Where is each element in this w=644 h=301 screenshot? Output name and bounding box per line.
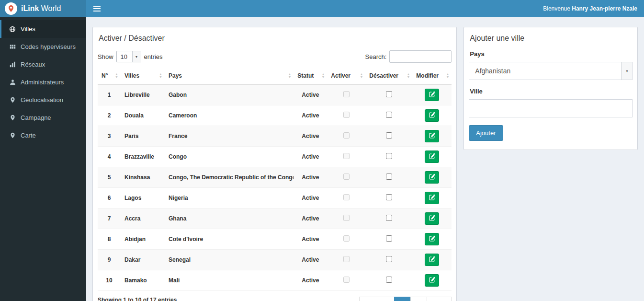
- sidebar-item-reseaux[interactable]: Réseaux: [0, 56, 86, 73]
- edit-button[interactable]: [425, 254, 439, 266]
- cell-num: 4: [98, 147, 121, 167]
- sort-icon: ▲▼: [288, 73, 291, 79]
- desactiver-checkbox[interactable]: [386, 91, 392, 97]
- desactiver-checkbox[interactable]: [386, 277, 392, 283]
- sidebar-toggle-button[interactable]: [86, 0, 108, 17]
- edit-button[interactable]: [425, 274, 439, 287]
- main-content: Modification et Activation des villes Ac…: [86, 0, 644, 301]
- desactiver-checkbox[interactable]: [386, 235, 392, 242]
- column-header-statut[interactable]: Statut▲▼: [294, 68, 327, 84]
- ajouter-button[interactable]: Ajouter: [469, 125, 503, 141]
- table-row: 8 Abidjan Cote d'Ivoire Active: [98, 229, 452, 250]
- add-panel-title: Ajouter une ville: [470, 34, 633, 43]
- activer-checkbox[interactable]: [343, 256, 350, 262]
- column-header-pays[interactable]: Pays▲▼: [165, 68, 294, 84]
- pagination-previous-button[interactable]: Previous: [359, 297, 395, 301]
- villes-table: N°▲▼ Villes▲▼ Pays▲▼ Statut▲▼ Activer▲▼ …: [98, 68, 452, 291]
- table-row: 7 Accra Ghana Active: [98, 208, 452, 229]
- sidebar-item-administrateurs[interactable]: Administrateurs: [0, 73, 86, 91]
- activer-checkbox[interactable]: [343, 235, 350, 242]
- edit-button[interactable]: [425, 150, 439, 163]
- pagination: Previous 1 2 Next: [360, 297, 452, 301]
- edit-button[interactable]: [425, 89, 439, 101]
- edit-button[interactable]: [425, 233, 439, 245]
- activer-checkbox[interactable]: [343, 194, 350, 200]
- chevron-down-icon: ▾: [621, 62, 632, 80]
- edit-pencil-icon: [429, 235, 435, 243]
- entries-length-control: Show 10 ▾ entries: [98, 51, 163, 62]
- sidebar-item-geolocalisation[interactable]: Géolocalisation: [0, 91, 86, 109]
- sidebar-item-campagne[interactable]: Campagne: [0, 109, 86, 127]
- activer-checkbox[interactable]: [343, 215, 350, 221]
- cell-statut: Active: [294, 147, 327, 167]
- desactiver-checkbox[interactable]: [386, 132, 392, 139]
- edit-pencil-icon: [429, 132, 435, 140]
- cell-statut: Active: [294, 250, 327, 270]
- sidebar-item-villes[interactable]: Villes: [0, 20, 86, 38]
- cell-statut: Active: [294, 84, 327, 105]
- pagination-page-1-button[interactable]: 1: [394, 297, 411, 301]
- desactiver-checkbox[interactable]: [386, 215, 392, 221]
- search-input[interactable]: [389, 50, 452, 63]
- cell-num: 10: [98, 270, 121, 291]
- add-ville-panel: Ajouter une ville Pays Afghanistan ▾ Vil…: [463, 27, 638, 150]
- sidebar: Villes Codes hyperviseurs Réseaux Admini…: [0, 17, 86, 301]
- table-header-row: N°▲▼ Villes▲▼ Pays▲▼ Statut▲▼ Activer▲▼ …: [98, 68, 452, 84]
- edit-button[interactable]: [425, 130, 439, 142]
- top-navbar: iLink World Bienvenue Hanry Jean-pierre …: [0, 0, 644, 17]
- column-header-desactiver[interactable]: Désactiver▲▼: [365, 68, 412, 84]
- activer-checkbox[interactable]: [343, 112, 350, 118]
- ville-input[interactable]: [469, 99, 633, 117]
- column-header-villes[interactable]: Villes▲▼: [121, 68, 165, 84]
- desactiver-checkbox[interactable]: [386, 256, 392, 262]
- desactiver-checkbox[interactable]: [386, 174, 392, 180]
- sort-icon: ▲▼: [321, 73, 325, 79]
- edit-button[interactable]: [425, 192, 439, 204]
- ville-label: Ville: [470, 88, 633, 95]
- table-info: Showing 1 to 10 of 17 entries: [98, 297, 177, 301]
- cell-pays: Nigeria: [165, 188, 294, 208]
- desactiver-checkbox[interactable]: [386, 112, 392, 118]
- edit-pencil-icon: [429, 194, 435, 202]
- column-header-num[interactable]: N°▲▼: [98, 68, 121, 84]
- edit-button[interactable]: [425, 212, 439, 225]
- cell-pays: Senegal: [165, 250, 294, 270]
- cell-statut: Active: [294, 208, 327, 229]
- chevron-down-icon: ▾: [132, 51, 141, 62]
- column-header-modifier[interactable]: Modifier▲▼: [412, 68, 452, 84]
- cell-ville: Douala: [121, 105, 165, 126]
- brand-title: iLink World: [21, 4, 61, 13]
- activer-checkbox[interactable]: [343, 91, 350, 97]
- edit-pencil-icon: [429, 277, 435, 284]
- cell-statut: Active: [294, 126, 327, 147]
- brand-logo[interactable]: iLink World: [0, 0, 86, 17]
- edit-pencil-icon: [429, 215, 435, 222]
- cell-statut: Active: [294, 270, 327, 291]
- cell-ville: Abidjan: [121, 229, 165, 250]
- pays-select[interactable]: Afghanistan ▾: [469, 62, 633, 80]
- cell-pays: Cote d'Ivoire: [165, 229, 294, 250]
- column-header-activer[interactable]: Activer▲▼: [327, 68, 365, 84]
- cell-num: 2: [98, 105, 121, 126]
- activer-checkbox[interactable]: [343, 132, 350, 139]
- pagination-next-button[interactable]: Next: [427, 297, 452, 301]
- activer-checkbox[interactable]: [343, 277, 350, 283]
- cell-pays: Cameroon: [165, 105, 294, 126]
- sidebar-item-carte[interactable]: Carte: [0, 127, 86, 144]
- activer-checkbox[interactable]: [343, 174, 350, 180]
- grid-icon: [9, 44, 16, 50]
- sidebar-item-codes-hyperviseurs[interactable]: Codes hyperviseurs: [0, 38, 86, 56]
- edit-pencil-icon: [429, 112, 435, 119]
- entries-select[interactable]: 10 ▾: [116, 51, 141, 62]
- pagination-page-2-button[interactable]: 2: [410, 297, 427, 301]
- table-row: 10 Bamako Mali Active: [98, 270, 452, 291]
- desactiver-checkbox[interactable]: [386, 194, 392, 200]
- cell-num: 9: [98, 250, 121, 270]
- activer-checkbox[interactable]: [343, 153, 350, 159]
- sort-icon: ▲▼: [360, 73, 363, 79]
- desactiver-checkbox[interactable]: [386, 153, 392, 159]
- edit-button[interactable]: [425, 109, 439, 122]
- cell-statut: Active: [294, 188, 327, 208]
- edit-button[interactable]: [425, 171, 439, 184]
- table-row: 1 Libreville Gabon Active: [98, 84, 452, 105]
